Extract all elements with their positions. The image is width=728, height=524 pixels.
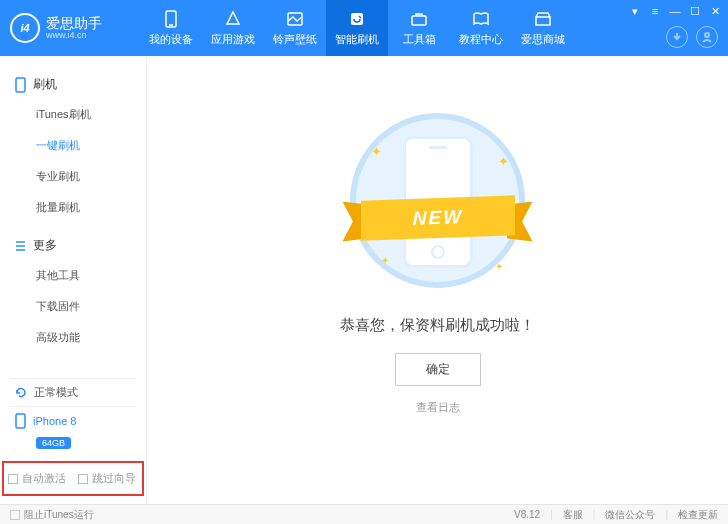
header-actions [666,26,718,48]
brand-logo: i4 爱思助手 www.i4.cn [10,13,140,43]
nav-store[interactable]: 爱思商城 [512,0,574,56]
status-bar: 阻止iTunes运行 V8.12 | 客服 | 微信公众号 | 检查更新 [0,504,728,524]
brand-name: 爱思助手 [46,16,102,30]
ok-button[interactable]: 确定 [395,353,481,386]
footer-update[interactable]: 检查更新 [678,508,718,522]
nav-apps[interactable]: 应用游戏 [202,0,264,56]
close-icon[interactable]: ✕ [708,4,722,18]
version-label: V8.12 [514,509,540,520]
nav-flash[interactable]: 智能刷机 [326,0,388,56]
wallpaper-icon [286,10,304,28]
sidebar-group-more[interactable]: 更多 [0,231,146,260]
svg-point-5 [705,33,709,37]
mode-row[interactable]: 正常模式 [10,378,136,406]
minimize-icon[interactable]: — [668,4,682,18]
phone-icon [14,77,27,93]
phone-icon [14,413,27,429]
footer-support[interactable]: 客服 [563,508,583,522]
store-icon [534,10,552,28]
sidebar-item-advanced[interactable]: 高级功能 [36,322,146,353]
sidebar-item-batch-flash[interactable]: 批量刷机 [36,192,146,223]
main-content: ✦ ✦ ✦ ✦ NEW 恭喜您，保资料刷机成功啦！ 确定 查看日志 [147,56,728,504]
sidebar-item-oneclick-flash[interactable]: 一键刷机 [36,130,146,161]
app-header: i4 爱思助手 www.i4.cn 我的设备 应用游戏 铃声壁纸 智能刷机 工具… [0,0,728,56]
user-icon[interactable] [696,26,718,48]
device-row[interactable]: iPhone 8 64GB [10,406,136,455]
flash-icon [348,10,366,28]
svg-rect-3 [351,13,363,25]
svg-rect-4 [412,16,426,25]
sidebar-item-itunes-flash[interactable]: iTunes刷机 [36,99,146,130]
ribbon-text: NEW [361,195,515,240]
download-icon[interactable] [666,26,688,48]
auto-activate-checkbox[interactable]: 自动激活 [8,471,66,486]
sidebar-item-pro-flash[interactable]: 专业刷机 [36,161,146,192]
device-icon [162,10,180,28]
storage-badge: 64GB [36,437,71,449]
nav-ringtones[interactable]: 铃声壁纸 [264,0,326,56]
nav-tutorial[interactable]: 教程中心 [450,0,512,56]
sidebar-item-download-firmware[interactable]: 下载固件 [36,291,146,322]
top-nav: 我的设备 应用游戏 铃声壁纸 智能刷机 工具箱 教程中心 爱思商城 [140,0,574,56]
success-illustration: ✦ ✦ ✦ ✦ NEW [343,106,533,296]
footer-wechat[interactable]: 微信公众号 [605,508,655,522]
toolbox-icon [410,10,428,28]
sidebar-item-other-tools[interactable]: 其他工具 [36,260,146,291]
window-controls: ▾ ≡ — ☐ ✕ [628,4,722,18]
menu-icon[interactable]: ≡ [648,4,662,18]
block-itunes-checkbox[interactable]: 阻止iTunes运行 [10,508,94,522]
skip-guide-checkbox[interactable]: 跳过向导 [78,471,136,486]
shirt-icon[interactable]: ▾ [628,4,642,18]
brand-url: www.i4.cn [46,30,102,40]
view-log-link[interactable]: 查看日志 [416,400,460,415]
options-box: 自动激活 跳过向导 [2,461,144,496]
svg-rect-6 [16,78,25,92]
sidebar-group-flash[interactable]: 刷机 [0,70,146,99]
nav-toolbox[interactable]: 工具箱 [388,0,450,56]
success-message: 恭喜您，保资料刷机成功啦！ [340,316,535,335]
logo-icon: i4 [10,13,40,43]
maximize-icon[interactable]: ☐ [688,4,702,18]
nav-my-device[interactable]: 我的设备 [140,0,202,56]
refresh-icon [14,386,28,400]
apps-icon [224,10,242,28]
list-icon [14,239,27,252]
book-icon [472,10,490,28]
svg-rect-10 [16,414,25,428]
sidebar: 刷机 iTunes刷机 一键刷机 专业刷机 批量刷机 更多 其他工具 下载固件 … [0,56,147,504]
